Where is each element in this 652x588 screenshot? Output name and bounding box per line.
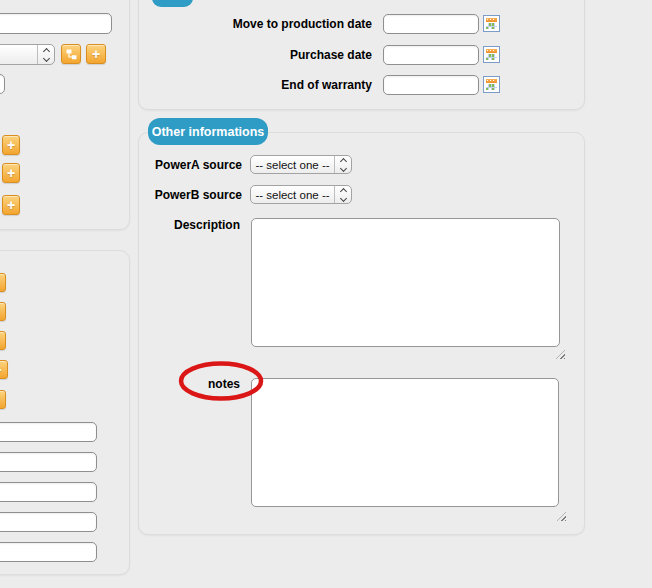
notes-textarea[interactable] [251,378,559,507]
sidebar2-button-1[interactable] [0,273,6,292]
power-b-source-select-value: -- select one -- [251,189,334,201]
other-informations-tab: Other informations [148,118,268,145]
plus-icon: + [7,138,15,152]
purchase-date-label: Purchase date [138,48,372,62]
power-a-source-select[interactable]: -- select one -- [250,155,352,174]
sidebar-input-2[interactable] [0,74,5,94]
calendar-icon[interactable] [483,76,500,93]
power-a-source-select-value: -- select one -- [251,159,334,171]
sidebar-tree-button[interactable] [61,44,81,64]
power-b-source-label: PowerB source [138,188,242,202]
calendar-icon[interactable] [483,46,500,63]
sidebar2-input-5[interactable] [0,542,97,562]
sidebar-input-1[interactable] [0,13,112,34]
sidebar2-button-4[interactable]: + [0,360,8,379]
sidebar2-button-2[interactable] [0,302,6,321]
sidebar2-button-5[interactable] [0,390,6,409]
page: { "colors": { "page_bg": "#ececec", "pan… [0,0,652,588]
chevron-up-down-icon [334,156,351,173]
end-of-warranty-input[interactable] [383,75,479,95]
sidebar2-input-3[interactable] [0,482,97,502]
description-label: Description [138,218,240,232]
sidebar2-input-2[interactable] [0,452,97,472]
sidebar2-button-3[interactable] [0,331,6,350]
plus-icon: + [0,363,2,377]
end-of-warranty-label: End of warranty [138,78,372,92]
chevron-up-down-icon [334,186,351,203]
sidebar-add-button-row1[interactable]: + [2,135,20,155]
tree-icon [66,49,77,60]
calendar-icon[interactable] [483,15,500,32]
move-to-production-date-label: Move to production date [138,17,372,31]
move-to-production-date-input[interactable] [383,14,479,34]
description-textarea[interactable] [251,218,560,347]
plus-icon: + [92,47,100,61]
sidebar2-input-1[interactable] [0,422,97,442]
sidebar2-input-4[interactable] [0,512,97,532]
power-b-source-select[interactable]: -- select one -- [250,185,352,204]
chevron-up-down-icon [37,45,54,64]
plus-icon: + [7,198,15,212]
sidebar-add-button[interactable]: + [86,44,106,64]
sidebar-select[interactable] [0,44,55,65]
dates-panel-tab-remnant [152,0,193,7]
sidebar-add-button-row2[interactable]: + [2,163,20,183]
notes-label: notes [138,377,240,391]
sidebar-add-button-row3[interactable]: + [2,195,20,215]
plus-icon: + [7,166,15,180]
purchase-date-input[interactable] [383,45,479,65]
power-a-source-label: PowerA source [138,158,242,172]
